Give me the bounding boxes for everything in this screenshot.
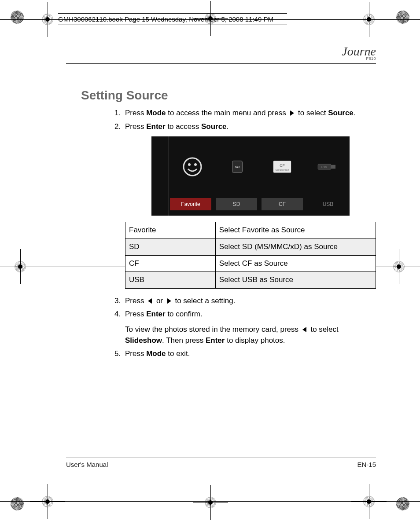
svg-point-3 [194,163,197,166]
page-footer: User's Manual EN-15 [66,458,376,468]
svg-text:CF: CF [280,163,285,168]
svg-point-1 [184,158,201,176]
table-row: SDSelect SD (MS/MMC/xD) as Source [125,238,376,255]
crop-mark-icon [361,494,377,510]
print-mark-icon [396,11,409,24]
arrow-left-icon [147,298,153,304]
source-table: FavoriteSelect Favorite as Source SDSele… [125,222,376,289]
cf-card-icon: CFCompactFlash [271,155,294,178]
source-labels-row: Favorite SD CF USB [151,197,350,216]
arrow-right-icon [289,110,295,116]
step-5: Press Mode to exit. [114,349,376,360]
print-mark-icon [11,497,24,510]
crop-line [0,501,420,502]
source-label-usb: USB [307,198,349,210]
brand-logo: Journe F810 [342,47,376,61]
usb-stick-icon: USB [316,155,339,178]
step-4: Press Enter to confirm. To view the phot… [114,309,376,346]
favorite-smiley-icon [181,155,204,178]
print-mark-icon [396,497,409,510]
header-rule [66,63,376,64]
footer-right: EN-15 [357,461,376,468]
source-label-sd: SD [216,198,257,210]
arrow-left-icon [302,327,308,333]
crop-mark-icon [203,495,218,510]
svg-marker-0 [290,110,294,116]
svg-marker-14 [302,327,306,332]
page-title: Setting Source [81,88,376,103]
content: Press Mode to access the main menu and p… [114,108,376,360]
svg-rect-10 [331,165,335,169]
footer-left: User's Manual [66,461,108,468]
svg-marker-12 [148,298,152,304]
book-header: GMH300062110.book Page 15 Wednesday, Nov… [58,13,287,25]
svg-marker-13 [167,298,171,304]
svg-text:SD: SD [235,165,240,169]
step-1: Press Mode to access the main menu and p… [114,108,376,119]
table-row: CFSelect CF as Source [125,255,376,272]
page-body: Journe F810 Setting Source Press Mode to… [66,43,376,468]
source-label-cf: CF [262,198,303,210]
table-row: FavoriteSelect Favorite as Source [125,222,376,239]
svg-text:USB: USB [321,166,327,169]
sd-card-icon: SD [226,155,249,178]
step-4-note: To view the photos stored in the memory … [125,324,376,346]
print-mark-icon [11,11,24,24]
source-label-favorite: Favorite [170,198,211,210]
step-2: Press Enter to access Source. SD CFCompa… [114,121,376,289]
table-row: USBSelect USB as Source [125,272,376,289]
steps-list: Press Mode to access the main menu and p… [114,108,376,360]
step-3: Press or to select a setting. [114,296,376,307]
crop-mark-icon [40,494,55,510]
device-screenshot: SD CFCompactFlash USB Favorite SD CF [151,136,350,216]
source-icons-row: SD CFCompactFlash USB [151,136,350,197]
svg-text:CompactFlash: CompactFlash [276,169,289,171]
svg-point-2 [188,163,191,166]
arrow-right-icon [166,298,172,304]
brand-name: Journe [342,47,376,56]
